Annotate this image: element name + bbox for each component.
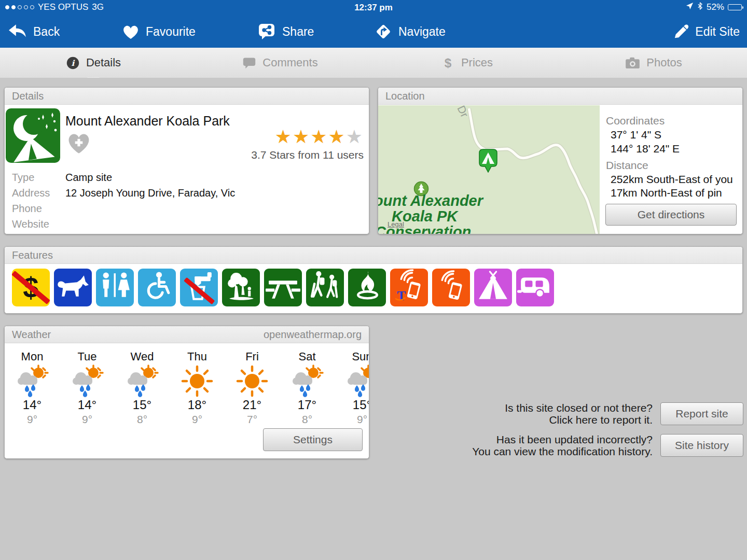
detail-field-row: Address12 Joseph Young Drive, Faraday, V…: [12, 185, 364, 201]
edit-site-button[interactable]: Edit Site: [673, 16, 740, 48]
site-history-button[interactable]: Site history: [660, 434, 743, 457]
comment-icon: [242, 56, 256, 70]
features-panel-header: Features: [5, 247, 742, 264]
rating-text: 3.7 Stars from 11 users: [251, 149, 364, 161]
weather-day-column: Sat17°8°: [280, 344, 335, 426]
weather-low-temp: 8°: [115, 413, 170, 426]
field-label: Address: [12, 187, 65, 199]
report-site-button[interactable]: Report site: [660, 402, 743, 425]
weather-day-column: Fri21°7°: [225, 344, 280, 426]
tab-comments[interactable]: Comments: [187, 48, 374, 78]
distance-from-you: 252km South-East of you: [611, 173, 733, 186]
back-button[interactable]: Back: [8, 16, 60, 48]
no-fees-icon[interactable]: $: [12, 269, 50, 306]
star-icon: ★: [293, 126, 310, 147]
weather-high-temp: 14°: [5, 398, 60, 412]
back-undo-icon: [8, 24, 27, 39]
latitude-value: 37° 1' 4" S: [611, 129, 661, 141]
favourite-label: Favourite: [146, 25, 196, 39]
tab-label: Comments: [262, 56, 317, 69]
field-value: Camp site: [65, 172, 112, 184]
weather-day-label: Wed: [115, 350, 170, 363]
map[interactable]: Dr ount Alexander Koala: [378, 105, 600, 234]
weather-forecast-row: Mon14°9°Tue14°9°Wed15°8°Thu18°9°Fri21°7°…: [5, 344, 369, 426]
weather-sun-icon: [181, 365, 214, 398]
weather-panel: openweathermap.org Weather Mon14°9°Tue14…: [4, 326, 369, 459]
weather-day-column: Thu18°9°: [170, 344, 225, 426]
telstra-coverage-icon[interactable]: T: [390, 269, 428, 306]
no-drinking-water-icon[interactable]: [180, 269, 218, 306]
weather-day-column: Mon14°9°: [5, 344, 60, 426]
toilets-icon[interactable]: [96, 269, 134, 306]
trees-shade-icon[interactable]: [222, 269, 260, 306]
weather-settings-button[interactable]: Settings: [263, 428, 363, 451]
navigate-label: Navigate: [398, 25, 446, 39]
back-label: Back: [33, 25, 60, 39]
weather-source-label: openweathermap.org: [264, 326, 362, 343]
add-favourite-heart-icon[interactable]: [66, 131, 91, 156]
distance-from-pin: 17km North-East of pin: [611, 187, 722, 199]
picnic-tables-icon[interactable]: [264, 269, 302, 306]
weather-low-temp: 7°: [225, 413, 280, 426]
weather-day-label: Sat: [280, 350, 335, 363]
edit-site-label: Edit Site: [695, 25, 740, 39]
pencil-icon: [673, 24, 689, 39]
map-legal-link[interactable]: Legal: [388, 220, 404, 228]
tab-details[interactable]: iDetails: [0, 48, 187, 78]
svg-text:T: T: [397, 288, 406, 303]
details-panel: Details: [4, 87, 369, 234]
longitude-value: 144° 18' 24" E: [611, 143, 680, 155]
weather-high-temp: 15°: [335, 398, 369, 412]
location-panel-header: Location: [378, 88, 742, 105]
features-icon-row: $T: [12, 269, 554, 306]
location-panel: Location Dr: [378, 87, 743, 234]
location-services-icon: [686, 2, 694, 12]
report-site-text: Is this site closed or not there?Click h…: [393, 402, 653, 426]
favourite-button[interactable]: Favourite: [122, 16, 196, 48]
hiking-trails-icon[interactable]: [306, 269, 344, 306]
tab-prices[interactable]: $Prices: [374, 48, 560, 78]
location-info: Coordinates 37° 1' 4" S 144° 18' 24" E D…: [600, 105, 743, 234]
page-content: Details: [0, 78, 747, 560]
weather-high-temp: 15°: [115, 398, 170, 412]
weather-high-temp: 21°: [225, 398, 280, 412]
weather-day-column: Sun15°9°: [335, 344, 369, 426]
share-icon: [258, 23, 276, 40]
weather-day-column: Tue14°9°: [60, 344, 115, 426]
weather-panel-header: openweathermap.org Weather: [5, 326, 369, 343]
site-history-text: Has it been updated incorrectly?You can …: [393, 433, 653, 457]
detail-field-row: TypeCamp site: [12, 170, 364, 185]
detail-field-row: Phone: [12, 201, 364, 216]
dollar-icon: $: [441, 56, 455, 70]
tent-sites-icon[interactable]: [474, 269, 512, 306]
campsite-map-pin-icon[interactable]: [479, 149, 497, 175]
campfires-icon[interactable]: [348, 269, 386, 306]
caravan-sites-icon[interactable]: [516, 269, 554, 306]
weather-day-label: Tue: [60, 350, 115, 363]
status-bar: YES OPTUS 3G 12:37 pm 52%: [0, 0, 747, 16]
navigate-icon: [375, 23, 392, 40]
get-directions-button[interactable]: Get directions: [605, 204, 737, 226]
weather-day-label: Fri: [225, 350, 280, 363]
field-label: Phone: [12, 203, 65, 215]
navigate-button[interactable]: Navigate: [375, 16, 446, 48]
distance-label: Distance: [606, 159, 648, 172]
weather-rain-sun-icon: [126, 365, 159, 398]
bluetooth-icon: [697, 2, 703, 12]
coordinates-label: Coordinates: [606, 115, 665, 127]
weather-low-temp: 9°: [60, 413, 115, 426]
details-fields: TypeCamp siteAddress12 Joseph Young Driv…: [12, 170, 364, 232]
share-button[interactable]: Share: [258, 16, 314, 48]
features-panel: Features $T: [4, 246, 743, 314]
map-area-label-line1: ount Alexander: [378, 192, 483, 209]
wheelchair-access-icon[interactable]: [138, 269, 176, 306]
mobile-coverage-icon[interactable]: [432, 269, 470, 306]
weather-high-temp: 18°: [170, 398, 225, 412]
svg-text:$: $: [445, 56, 452, 70]
tab-photos[interactable]: Photos: [560, 48, 747, 78]
tab-label: Photos: [646, 56, 682, 69]
field-value: 12 Joseph Young Drive, Faraday, Vic: [65, 187, 235, 199]
dogs-allowed-icon[interactable]: [54, 269, 92, 306]
star-icon: ★: [346, 126, 364, 147]
weather-day-label: Thu: [170, 350, 225, 363]
